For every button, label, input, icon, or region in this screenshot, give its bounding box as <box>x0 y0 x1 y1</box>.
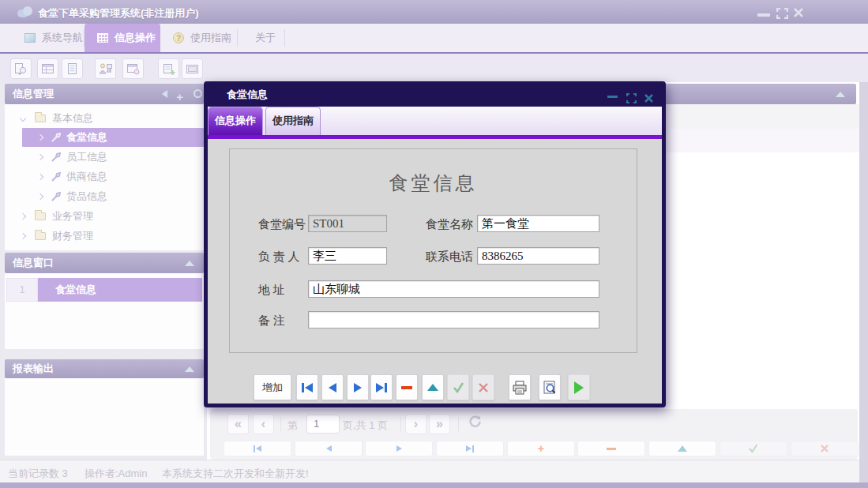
last-record-button[interactable] <box>370 374 393 400</box>
record-confirm-button[interactable] <box>720 441 787 456</box>
record-prev-button[interactable] <box>295 441 363 456</box>
collapse-left-icon[interactable] <box>162 90 167 98</box>
tab-label: 使用指南 <box>190 31 231 45</box>
expand-icon[interactable] <box>37 193 43 200</box>
edit-record-button[interactable] <box>422 374 444 400</box>
collapse-icon[interactable] <box>836 92 845 97</box>
page-prev-button[interactable]: ‹ <box>253 414 274 434</box>
search-button[interactable] <box>10 58 32 79</box>
field-label-canteen-name: 食堂名称 <box>426 217 473 232</box>
next-record-button[interactable] <box>347 374 369 400</box>
expand-icon[interactable] <box>37 154 43 160</box>
panel-title: 信息管理 <box>13 88 54 99</box>
folder-icon <box>35 232 46 240</box>
field-manager[interactable]: 李三 <box>308 247 387 265</box>
field-label-address: 地 址 <box>258 283 285 298</box>
dialog-maximize-icon[interactable] <box>626 91 637 101</box>
dialog-tab-user-guide[interactable]: 使用指南 <box>265 107 321 135</box>
tree-node-business-management[interactable]: 业务管理 <box>5 207 204 226</box>
cancel-button[interactable] <box>472 374 494 400</box>
add-button[interactable]: 增加 <box>254 374 291 400</box>
tab-info-operation[interactable]: 信息操作 <box>85 24 160 52</box>
tree-node-employee-info[interactable]: 员工信息 <box>5 148 204 167</box>
tool-icon <box>51 172 61 182</box>
window-frame-button[interactable] <box>182 58 203 79</box>
tree-node-finance-management[interactable]: 财务管理 <box>5 227 204 246</box>
close-icon[interactable] <box>793 7 805 19</box>
panel-header-info-management[interactable]: 信息管理 + <box>5 84 204 104</box>
page-number-input[interactable]: 1 <box>306 415 340 434</box>
tree-node-basic-info[interactable]: 基本信息 <box>5 109 204 128</box>
record-first-button[interactable] <box>224 441 291 456</box>
window-right-frame <box>859 82 868 482</box>
collapse-icon[interactable] <box>185 261 194 266</box>
delete-record-button[interactable] <box>396 374 418 400</box>
page-first-button[interactable]: « <box>227 414 249 434</box>
folder-icon <box>35 114 46 122</box>
first-record-button[interactable] <box>296 374 318 400</box>
expand-icon[interactable] <box>37 174 43 180</box>
panel-header-info-window[interactable]: 信息窗口 <box>5 253 204 273</box>
field-remark[interactable] <box>308 311 599 328</box>
page-suffix-label: 页,共 1 页 <box>343 419 388 433</box>
page-last-button[interactable]: » <box>429 414 450 434</box>
expand-icon[interactable] <box>20 213 26 220</box>
info-window-list: 1 食堂信息 <box>5 273 204 349</box>
canteen-info-dialog: 食堂信息 信息操作 使用指南 食堂信息 食堂编号 ST001 食堂名称 第一食堂… <box>204 81 666 407</box>
pin-icon[interactable] <box>194 89 202 98</box>
panel-title: 报表输出 <box>13 362 54 374</box>
tree-node-canteen-info[interactable]: 食堂信息 <box>22 128 204 147</box>
user-report-button[interactable] <box>95 58 116 79</box>
field-label-remark: 备 注 <box>258 313 285 328</box>
record-cancel-button[interactable] <box>791 441 859 456</box>
expand-icon[interactable] <box>37 134 43 141</box>
list-item[interactable]: 1 食堂信息 <box>6 278 202 302</box>
panel-header-report-output[interactable]: 报表输出 <box>5 359 204 378</box>
item-label: 食堂信息 <box>38 278 202 302</box>
document-add-button[interactable] <box>158 58 179 79</box>
print-button[interactable] <box>509 374 531 400</box>
tab-label: 关于 <box>255 31 276 45</box>
maximize-icon[interactable] <box>776 8 788 19</box>
dialog-minimize-icon[interactable] <box>607 96 618 98</box>
execute-button[interactable] <box>568 374 590 400</box>
tab-about[interactable]: 关于 <box>238 24 285 52</box>
minimize-icon[interactable] <box>757 13 770 17</box>
record-delete-button[interactable] <box>577 441 645 456</box>
confirm-button[interactable] <box>447 374 469 400</box>
prev-record-button[interactable] <box>321 374 344 400</box>
page-next-button[interactable]: › <box>405 414 426 434</box>
status-message: 本系统支持二次开发和全新开发! <box>162 467 309 481</box>
record-add-button[interactable]: + <box>507 441 575 456</box>
field-phone[interactable]: 8386265 <box>477 247 599 265</box>
record-next-button[interactable] <box>365 441 433 456</box>
expand-icon[interactable] <box>20 233 26 239</box>
tool-icon <box>51 192 61 202</box>
report-output-panel <box>5 378 204 456</box>
tab-system-nav[interactable]: 系统导航 <box>11 24 85 52</box>
system-nav-icon <box>24 33 36 43</box>
dialog-close-icon[interactable] <box>644 91 654 101</box>
table-view-button[interactable] <box>37 58 58 79</box>
dialog-titlebar: 食堂信息 <box>208 85 662 107</box>
collapse-icon[interactable] <box>185 366 194 372</box>
dialog-title: 食堂信息 <box>227 88 268 100</box>
grid-icon <box>97 33 108 43</box>
document-button[interactable] <box>62 58 83 79</box>
window-search-button[interactable] <box>122 58 144 79</box>
tree-node-supplier-info[interactable]: 供商信息 <box>5 167 204 186</box>
tree-node-goods-info[interactable]: 货品信息 <box>5 187 204 206</box>
dialog-tabbar: 信息操作 使用指南 <box>208 107 662 135</box>
preview-button[interactable] <box>539 374 561 400</box>
dialog-tab-info-operation[interactable]: 信息操作 <box>208 107 263 135</box>
item-index: 1 <box>6 278 38 302</box>
record-edit-button[interactable] <box>648 441 716 456</box>
expand-icon[interactable] <box>20 115 26 122</box>
record-last-button[interactable] <box>436 441 504 456</box>
tab-user-guide[interactable]: ? 使用指南 <box>160 24 238 52</box>
field-address[interactable]: 山东聊城 <box>308 280 599 298</box>
refresh-icon[interactable] <box>464 414 485 434</box>
field-canteen-name[interactable]: 第一食堂 <box>477 215 599 232</box>
panel-title: 信息窗口 <box>13 257 54 268</box>
window-title: 食堂下单采购管理系统(非注册用户) <box>38 6 199 21</box>
